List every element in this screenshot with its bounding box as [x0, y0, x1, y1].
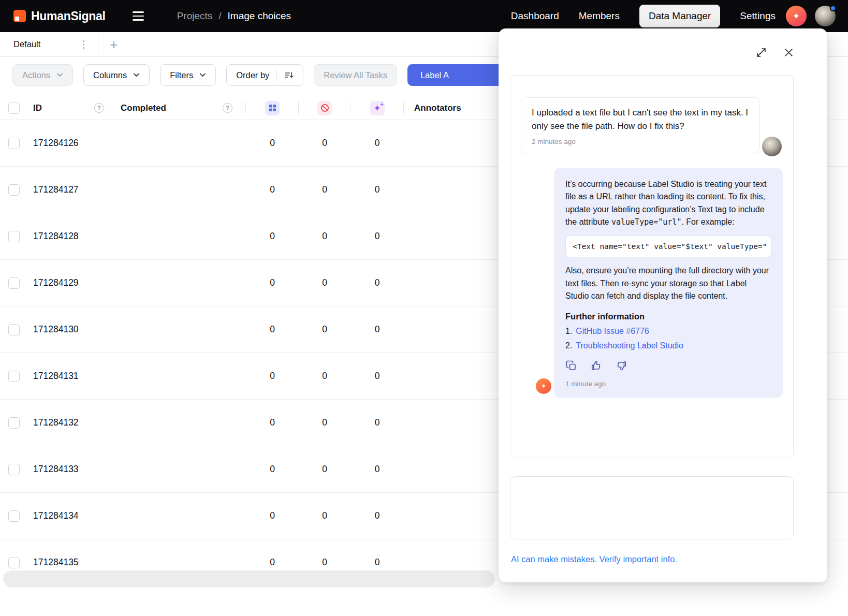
- top-navigation-bar: HumanSignal Projects / Image choices Das…: [0, 0, 848, 32]
- cancelled-count: 0: [299, 446, 350, 492]
- add-tab-button[interactable]: +: [110, 38, 118, 51]
- ai-message-paragraph-1: It’s occurring because Label Studio is t…: [565, 178, 771, 228]
- select-all-checkbox[interactable]: [8, 102, 20, 114]
- cancelled-count: 0: [299, 539, 350, 569]
- cancelled-count: 0: [299, 353, 350, 399]
- user-message-row: I uploaded a text file but I can't see t…: [521, 97, 783, 153]
- sparkle-icon: ✦: [793, 11, 800, 22]
- task-id: 171284134: [33, 510, 79, 521]
- nav-data-manager[interactable]: Data Manager: [639, 5, 720, 27]
- order-by-button[interactable]: Order by: [226, 64, 303, 86]
- chat-conversation: I uploaded a text file but I can't see t…: [510, 75, 794, 458]
- breadcrumb: Projects / Image choices: [177, 10, 291, 22]
- github-issue-link[interactable]: GitHub Issue #6776: [576, 327, 649, 336]
- cancelled-count: 0: [299, 167, 350, 213]
- row-checkbox[interactable]: [8, 138, 20, 149]
- user-avatar[interactable]: [815, 6, 836, 26]
- cancelled-count: 0: [299, 306, 350, 353]
- help-icon[interactable]: ?: [94, 103, 104, 113]
- tab-options-kebab-icon[interactable]: ⋮: [79, 38, 89, 50]
- ai-message-paragraph-2: Also, ensure you’re mounting the full di…: [565, 265, 771, 302]
- task-id: 171284126: [33, 138, 79, 149]
- label-all-tasks-button[interactable]: Label A: [407, 64, 506, 86]
- predictions-count: 0: [350, 213, 404, 259]
- thumbs-down-icon[interactable]: [616, 360, 627, 372]
- column-header-annotators: Annotators: [414, 103, 461, 113]
- row-checkbox[interactable]: [8, 371, 20, 382]
- user-message-timestamp: 2 minutes ago: [532, 138, 749, 145]
- breadcrumb-separator: /: [218, 10, 221, 22]
- annotations-count: 0: [246, 400, 299, 446]
- sort-icon: [284, 70, 294, 80]
- nav-dashboard[interactable]: Dashboard: [511, 5, 559, 27]
- troubleshooting-link[interactable]: Troubleshooting Label Studio: [576, 341, 683, 350]
- thumbs-up-icon[interactable]: [590, 360, 602, 372]
- tab-default[interactable]: Default ⋮: [0, 32, 98, 56]
- further-information-heading: Further information: [565, 312, 771, 321]
- cancelled-count: 0: [299, 213, 350, 259]
- row-checkbox[interactable]: [8, 277, 20, 289]
- predictions-icon: ✦+: [370, 101, 385, 115]
- task-completed-cell: [111, 213, 246, 259]
- predictions-count: 0: [350, 446, 404, 492]
- review-all-tasks-button[interactable]: Review All Tasks: [314, 64, 397, 86]
- row-checkbox[interactable]: [8, 464, 20, 475]
- cancelled-count: 0: [299, 260, 350, 306]
- annotations-count: 0: [246, 493, 299, 539]
- ai-disclaimer-link[interactable]: AI can make mistakes. Verify important i…: [511, 554, 677, 564]
- row-checkbox[interactable]: [8, 324, 20, 335]
- expand-panel-icon[interactable]: [756, 47, 767, 58]
- predictions-count: 0: [350, 353, 404, 399]
- row-checkbox[interactable]: [8, 557, 20, 568]
- columns-button[interactable]: Columns: [83, 64, 150, 86]
- task-completed-cell: [111, 167, 246, 213]
- ai-avatar-sparkle-icon: ✦: [536, 378, 551, 394]
- nav-settings[interactable]: Settings: [740, 5, 776, 27]
- horizontal-scrollbar[interactable]: [3, 570, 495, 588]
- predictions-count: 0: [350, 539, 404, 569]
- reference-list-item: 1. GitHub Issue #6776: [565, 327, 771, 336]
- help-icon[interactable]: ?: [223, 103, 232, 113]
- breadcrumb-projects[interactable]: Projects: [177, 10, 213, 22]
- filters-button[interactable]: Filters: [160, 64, 216, 86]
- chat-input[interactable]: [510, 476, 794, 539]
- annotations-count: 0: [246, 353, 299, 399]
- hamburger-menu-icon[interactable]: [129, 8, 147, 24]
- annotations-count: 0: [246, 539, 299, 569]
- row-checkbox[interactable]: [8, 231, 20, 242]
- annotations-count: 0: [246, 167, 299, 213]
- nav-members[interactable]: Members: [579, 5, 620, 27]
- ai-assistant-button[interactable]: ✦: [786, 6, 807, 26]
- user-message-bubble: I uploaded a text file but I can't see t…: [521, 97, 760, 153]
- user-message-text: I uploaded a text file but I can't see t…: [532, 106, 749, 133]
- app-root: HumanSignal Projects / Image choices Das…: [0, 0, 848, 616]
- annotations-count: 0: [246, 213, 299, 259]
- task-id: 171284128: [33, 231, 79, 242]
- annotations-count: 0: [246, 260, 299, 306]
- close-panel-icon[interactable]: [783, 47, 794, 58]
- predictions-count: 0: [350, 167, 404, 213]
- cancelled-count: 0: [299, 120, 350, 166]
- humansignal-logo[interactable]: HumanSignal: [13, 9, 106, 23]
- task-completed-cell: [111, 353, 246, 399]
- task-id: 171284133: [33, 464, 79, 475]
- annotations-count: 0: [246, 306, 299, 353]
- notification-dot: [830, 5, 836, 11]
- row-checkbox[interactable]: [8, 510, 20, 522]
- task-id: 171284131: [33, 371, 79, 382]
- chevron-down-icon: [133, 73, 140, 77]
- inline-code: valueType="url": [611, 217, 681, 227]
- row-checkbox[interactable]: [8, 417, 20, 429]
- predictions-count: 0: [350, 260, 404, 306]
- task-id: 171284129: [33, 277, 79, 288]
- predictions-count: 0: [350, 493, 404, 539]
- task-completed-cell: [111, 539, 246, 569]
- actions-button[interactable]: Actions: [12, 64, 73, 86]
- row-checkbox[interactable]: [8, 184, 20, 196]
- ai-message-timestamp: 1 minute ago: [565, 380, 771, 388]
- cancelled-count: 0: [299, 400, 350, 446]
- predictions-count: 0: [350, 400, 404, 446]
- chevron-down-icon: [56, 73, 63, 77]
- copy-icon[interactable]: [565, 360, 577, 372]
- task-completed-cell: [111, 446, 246, 492]
